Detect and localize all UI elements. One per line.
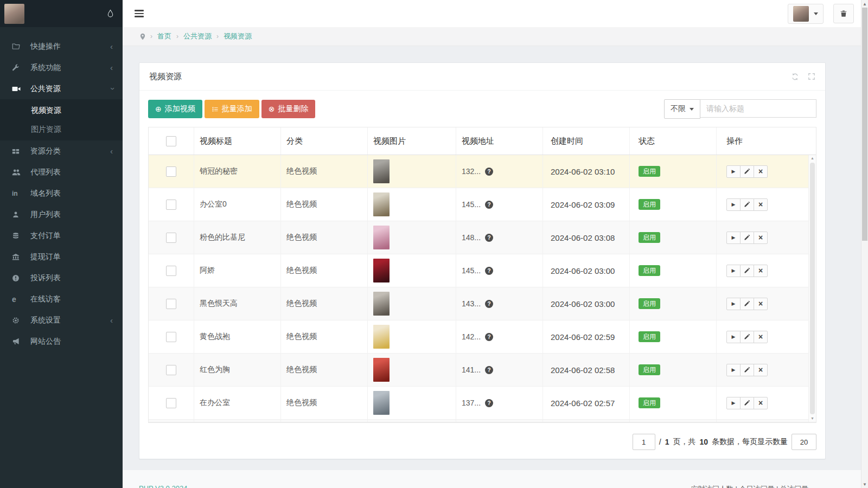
question-circle-icon[interactable]: ? (485, 234, 493, 242)
expand-icon[interactable] (808, 73, 815, 81)
row-checkbox[interactable] (166, 365, 176, 375)
refresh-icon[interactable] (791, 73, 799, 81)
play-button[interactable]: ▶ (726, 265, 741, 277)
video-table: 视频标题 分类 视频图片 视频地址 创建时间 状态 操作 销冠的秘密 绝色视频 … (148, 127, 816, 423)
delete-button[interactable]: × (754, 364, 768, 376)
breadcrumb-separator: › (216, 33, 219, 40)
scrollbar-thumb[interactable] (810, 163, 815, 414)
play-button[interactable]: ▶ (726, 331, 741, 343)
play-button[interactable]: ▶ (726, 232, 741, 244)
edit-button[interactable] (740, 232, 754, 244)
video-thumbnail[interactable] (373, 226, 390, 249)
page-input[interactable] (633, 434, 655, 450)
sidebar-item[interactable]: 投诉列表 (0, 267, 123, 288)
edit-button[interactable] (740, 397, 754, 409)
batch-add-button[interactable]: 批量添加 (205, 100, 259, 118)
play-button[interactable]: ▶ (726, 364, 741, 376)
hamburger-menu-icon[interactable] (132, 8, 146, 20)
play-button[interactable]: ▶ (726, 198, 741, 211)
breadcrumb-link[interactable]: 公共资源 (183, 31, 212, 41)
edit-button[interactable] (740, 165, 754, 178)
row-checkbox[interactable] (166, 166, 176, 177)
chevron-icon: ‹ (110, 63, 113, 72)
video-thumbnail[interactable] (373, 259, 390, 282)
title-search-input[interactable] (700, 99, 816, 118)
user-dropdown-button[interactable] (788, 4, 824, 24)
count-unit: 条数据，每页显示数量 (712, 437, 788, 447)
play-button[interactable]: ▶ (726, 298, 741, 310)
video-category: 绝色视频 (281, 155, 368, 188)
scroll-up-icon[interactable]: ▲ (863, 0, 867, 8)
delete-button[interactable]: × (754, 198, 768, 211)
sidebar-subitem[interactable]: 图片资源 (0, 120, 123, 139)
sidebar-item[interactable]: 系统功能 ‹ (0, 57, 123, 78)
video-thumbnail[interactable] (373, 159, 390, 183)
select-all-checkbox[interactable] (166, 136, 176, 146)
row-checkbox[interactable] (166, 332, 176, 342)
question-circle-icon[interactable]: ? (485, 366, 493, 374)
edit-button[interactable] (740, 298, 754, 310)
row-checkbox[interactable] (166, 299, 176, 309)
edit-button[interactable] (740, 265, 754, 277)
sidebar-item[interactable]: 网站公告 (0, 331, 123, 352)
delete-button[interactable]: × (754, 397, 768, 409)
sidebar-item[interactable]: in 域名列表 (0, 183, 123, 204)
breadcrumb-link[interactable]: 视频资源 (224, 31, 252, 41)
delete-button[interactable]: × (754, 265, 768, 277)
batch-delete-button[interactable]: ⊗ 批量删除 (261, 100, 316, 118)
question-circle-icon[interactable]: ? (485, 333, 493, 341)
user-avatar[interactable] (4, 4, 24, 24)
play-button[interactable]: ▶ (726, 397, 741, 409)
video-address: 143... (462, 299, 481, 308)
breadcrumb-link[interactable]: 首页 (157, 31, 171, 41)
scroll-up-icon[interactable]: ▲ (810, 155, 814, 162)
sidebar-item[interactable]: 用户列表 (0, 204, 123, 225)
sidebar-item[interactable]: 系统设置 ‹ (0, 310, 123, 331)
edit-button[interactable] (740, 198, 754, 211)
footer: PHP V3.0 2024 实时访问人数 | 今日访问量 | 总访问量 (123, 470, 868, 488)
category-filter-select[interactable]: 不限 (664, 99, 700, 119)
delete-button[interactable]: × (754, 165, 768, 178)
table-scrollbar[interactable]: ▲ ▼ (808, 155, 816, 422)
video-thumbnail[interactable] (373, 325, 390, 349)
trash-button[interactable] (833, 4, 854, 23)
sidebar-item[interactable]: 快捷操作 ‹ (0, 36, 123, 57)
question-circle-icon[interactable]: ? (485, 399, 493, 407)
play-button[interactable]: ▶ (726, 165, 741, 178)
delete-button[interactable]: × (754, 298, 768, 310)
sidebar-item[interactable]: e 在线访客 (0, 288, 123, 310)
edit-button[interactable] (740, 364, 754, 376)
row-actions: ▶ × (726, 364, 768, 376)
video-thumbnail[interactable] (373, 192, 390, 216)
window-scrollbar[interactable]: ▲ ▼ (861, 0, 868, 488)
page-size-input[interactable] (792, 434, 816, 450)
sidebar-item[interactable]: 提现订单 (0, 246, 123, 267)
sidebar-item[interactable]: 代理列表 (0, 162, 123, 183)
delete-button[interactable]: × (754, 331, 768, 343)
question-circle-icon[interactable]: ? (485, 267, 493, 275)
toolbar: ⊕ 添加视频 批量添加 ⊗ 批量删除 (148, 99, 816, 119)
question-circle-icon[interactable]: ? (485, 300, 493, 308)
scroll-down-icon[interactable]: ▼ (863, 480, 867, 488)
window-scrollbar-thumb[interactable] (862, 8, 867, 241)
sidebar-item[interactable]: 资源分类 ‹ (0, 140, 123, 162)
add-video-button[interactable]: ⊕ 添加视频 (148, 100, 202, 118)
question-circle-icon[interactable]: ? (485, 168, 493, 176)
row-checkbox[interactable] (166, 233, 176, 243)
video-thumbnail[interactable] (373, 292, 390, 316)
sidebar-item[interactable]: 支付订单 (0, 225, 123, 246)
row-checkbox[interactable] (166, 200, 176, 210)
question-circle-icon[interactable]: ? (485, 201, 493, 209)
row-checkbox[interactable] (166, 266, 176, 276)
video-thumbnail[interactable] (373, 358, 390, 382)
in-icon: in (12, 190, 25, 197)
scroll-down-icon[interactable]: ▼ (810, 415, 814, 422)
sidebar-item[interactable]: 公共资源 ‹ (0, 78, 123, 99)
sidebar-item-label: 资源分类 (30, 146, 61, 156)
video-thumbnail[interactable] (373, 391, 390, 415)
sidebar-subitem[interactable]: 视频资源 (0, 101, 123, 120)
row-checkbox[interactable] (166, 398, 176, 408)
edit-button[interactable] (740, 331, 754, 343)
delete-button[interactable]: × (754, 232, 768, 244)
caret-down-icon (814, 12, 818, 15)
